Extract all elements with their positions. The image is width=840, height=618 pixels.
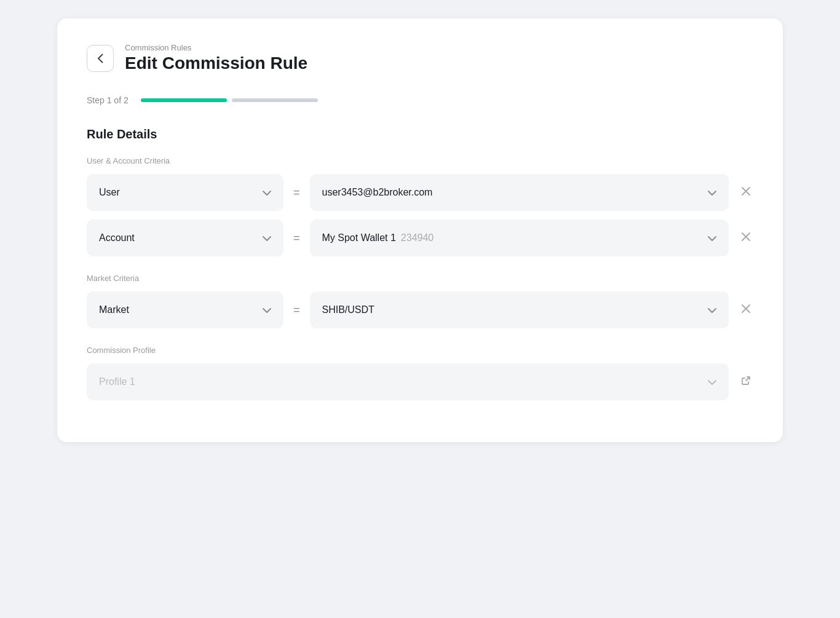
account-left-chevron-icon <box>263 233 271 243</box>
market-left-chevron-icon <box>263 305 271 315</box>
header-text: Commission Rules Edit Commission Rule <box>125 43 307 73</box>
progress-segment-1 <box>141 98 227 102</box>
progress-segment-2 <box>232 98 318 102</box>
header: Commission Rules Edit Commission Rule <box>87 43 753 73</box>
account-criteria-row: Account = My Spot Wallet 1234940 <box>87 220 753 256</box>
market-right-value: SHIB/USDT <box>322 304 374 315</box>
account-left-dropdown[interactable]: Account <box>87 220 283 256</box>
user-left-chevron-icon <box>263 188 271 197</box>
user-account-criteria-label: User & Account Criteria <box>87 156 753 165</box>
market-close-icon[interactable] <box>739 301 753 319</box>
commission-profile-label: Commission Profile <box>87 346 753 355</box>
account-right-dropdown[interactable]: My Spot Wallet 1234940 <box>310 220 729 256</box>
user-close-icon[interactable] <box>739 184 753 202</box>
account-left-label: Account <box>99 232 135 244</box>
market-equals: = <box>293 304 300 317</box>
profile-right-dropdown[interactable]: Profile 1 <box>87 363 729 400</box>
account-right-chevron-icon <box>708 233 716 243</box>
account-right-value: My Spot Wallet 1234940 <box>322 232 434 244</box>
main-card: Commission Rules Edit Commission Rule St… <box>57 18 783 442</box>
user-right-dropdown[interactable]: user3453@b2broker.com <box>310 174 729 211</box>
rule-details-heading: Rule Details <box>87 127 753 141</box>
user-criteria-row: User = user3453@b2broker.com <box>87 174 753 211</box>
step-label: Step 1 of 2 <box>87 95 129 105</box>
profile-external-link-icon[interactable] <box>739 373 753 390</box>
market-criteria-label: Market Criteria <box>87 274 753 283</box>
profile-right-chevron-icon <box>708 377 716 387</box>
account-close-icon[interactable] <box>739 229 753 247</box>
commission-profile-section: Commission Profile Profile 1 <box>87 346 753 400</box>
breadcrumb: Commission Rules <box>125 43 307 52</box>
progress-section: Step 1 of 2 <box>87 95 753 105</box>
profile-criteria-row: Profile 1 <box>87 363 753 400</box>
user-left-label: User <box>99 187 120 198</box>
user-right-chevron-icon <box>708 188 716 197</box>
user-equals: = <box>293 186 300 199</box>
back-button[interactable] <box>87 45 114 72</box>
account-equals: = <box>293 232 300 245</box>
page-title: Edit Commission Rule <box>125 53 307 73</box>
market-right-dropdown[interactable]: SHIB/USDT <box>310 291 729 328</box>
user-left-dropdown[interactable]: User <box>87 174 283 211</box>
market-criteria-row: Market = SHIB/USDT <box>87 291 753 328</box>
market-right-chevron-icon <box>708 305 716 315</box>
profile-right-value: Profile 1 <box>99 376 135 387</box>
user-right-value: user3453@b2broker.com <box>322 187 433 198</box>
progress-bar <box>141 98 318 102</box>
market-left-dropdown[interactable]: Market <box>87 291 283 328</box>
user-account-section: User & Account Criteria User = user3453@… <box>87 156 753 256</box>
market-left-label: Market <box>99 304 129 315</box>
market-section: Market Criteria Market = SHIB/USDT <box>87 274 753 328</box>
